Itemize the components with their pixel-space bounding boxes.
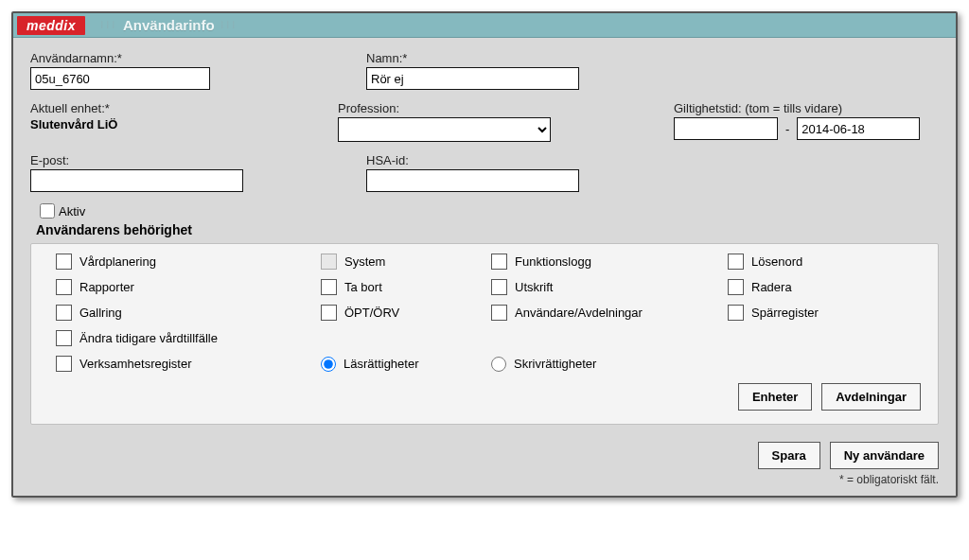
perm-system-checkbox[interactable] [321,254,337,270]
perm-anvavd-checkbox[interactable] [491,305,507,321]
form-content: Användarnamn:* Namn:* Aktuell enhet:* Sl… [13,38,956,496]
perm-funktionslogg-label: Funktionslogg [515,254,591,269]
app-logo: meddix [17,16,85,35]
perm-losenord-label: Lösenord [751,254,802,269]
perm-losenord-checkbox[interactable] [728,254,744,270]
footer-note: * = obligatoriskt fält. [30,473,939,486]
perm-radera-checkbox[interactable] [728,279,744,295]
perm-andra-label: Ändra tidigare vårdtillfälle [79,331,218,345]
perm-radera-label: Radera [751,280,792,294]
perm-sparr-checkbox[interactable] [728,305,744,321]
validity-label: Giltighetstid: (tom = tills vidare) [674,101,920,115]
spara-button[interactable]: Spara [758,442,820,469]
active-checkbox[interactable] [40,203,55,219]
perm-anvavd-label: Användare/Avdelningar [515,306,643,320]
permissions-panel: Vårdplanering System Funktionslogg Lösen… [30,243,939,425]
validity-to-input[interactable] [797,117,920,140]
unit-value: Slutenvård LiÖ [30,117,309,131]
hsa-label: HSA-id: [366,153,579,167]
perm-rapporter-checkbox[interactable] [56,279,72,295]
perm-skriv-label: Skrivrättigheter [514,357,596,371]
username-input[interactable] [30,67,210,90]
window-frame: meddix ⁞⁞⁞ Användarinfo ⁞⁞⁞ Användarnamn… [11,11,958,498]
username-label: Användarnamn:* [30,51,210,65]
perm-system-label: System [344,254,385,269]
perm-utskrift-label: Utskrift [515,280,553,294]
dots-right-icon: ⁞⁞⁞ [220,19,238,31]
perm-vardplanering-checkbox[interactable] [56,254,72,270]
perm-tabort-checkbox[interactable] [321,279,337,295]
perm-skriv-radio[interactable] [491,357,506,372]
permissions-title: Användarens behörighet [36,222,939,237]
perm-gallring-checkbox[interactable] [56,305,72,321]
perm-sparr-label: Spärregister [751,306,819,320]
perm-optorv-checkbox[interactable] [321,305,337,321]
dots-left-icon: ⁞⁞⁞ [100,19,117,31]
email-label: E-post: [30,153,243,167]
perm-andra-checkbox[interactable] [56,330,72,346]
name-input[interactable] [366,67,579,90]
email-input[interactable] [30,169,243,192]
perm-rapporter-label: Rapporter [79,280,134,294]
perm-funktionslogg-checkbox[interactable] [491,254,507,270]
active-label: Aktiv [59,204,85,219]
unit-label: Aktuell enhet:* [30,101,309,115]
perm-verksamhet-label: Verksamhetsregister [79,357,192,371]
validity-dash: - [785,122,789,136]
perm-las-radio[interactable] [321,357,336,372]
perm-utskrift-checkbox[interactable] [491,279,507,295]
window-title: Användarinfo [123,17,215,33]
hsa-input[interactable] [366,169,579,192]
validity-from-input[interactable] [674,117,778,140]
name-label: Namn:* [366,51,579,65]
perm-las-label: Läsrättigheter [344,357,419,371]
profession-select[interactable] [338,117,551,142]
profession-label: Profession: [338,101,551,115]
perm-verksamhet-checkbox[interactable] [56,356,72,372]
title-bar: meddix ⁞⁞⁞ Användarinfo ⁞⁞⁞ [13,13,956,38]
perm-vardplanering-label: Vårdplanering [79,254,156,269]
perm-optorv-label: ÖPT/ÖRV [344,306,399,320]
enheter-button[interactable]: Enheter [738,383,812,411]
nyanvandare-button[interactable]: Ny användare [830,442,939,469]
avdelningar-button[interactable]: Avdelningar [821,383,921,411]
perm-gallring-label: Gallring [79,306,122,320]
perm-tabort-label: Ta bort [344,280,382,294]
